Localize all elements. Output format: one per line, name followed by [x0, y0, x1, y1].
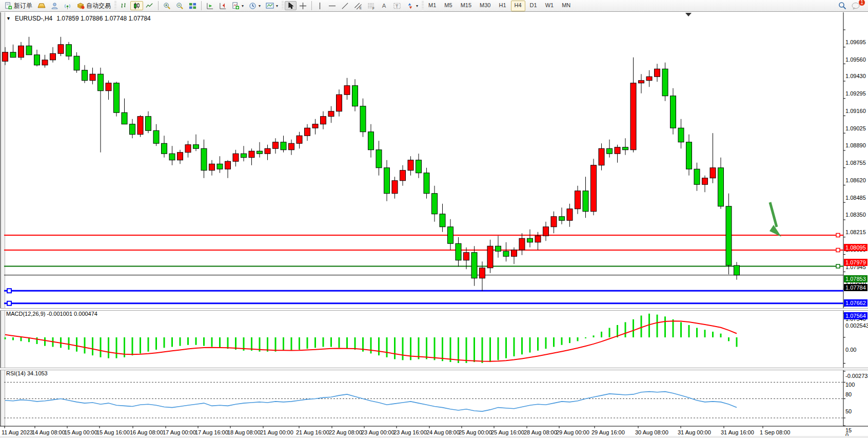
candle-body — [384, 168, 390, 194]
trendline-button[interactable] — [339, 1, 351, 10]
time-axis-label: 25 Aug 16:00 — [491, 429, 524, 435]
text-label-icon: T — [393, 2, 401, 10]
price-line-badge-1.07662: 1.07662 — [844, 299, 867, 307]
candle-body — [559, 217, 565, 221]
macd-pane-separator[interactable] — [0, 308, 868, 311]
candlestick-icon — [133, 2, 141, 10]
line-chart-button[interactable] — [143, 1, 156, 10]
tile-windows-button[interactable] — [186, 1, 199, 10]
toolbar-grip — [282, 1, 284, 10]
arrows-button[interactable]: ▾ — [404, 1, 421, 10]
time-axis-label: 17 Aug 00:00 — [163, 429, 196, 435]
time-axis-label: 30 Aug 08:00 — [635, 429, 668, 435]
templates-button[interactable]: ▾ — [263, 1, 281, 10]
timeframe-button-m15[interactable]: M15 — [457, 1, 475, 11]
time-axis-label: 29 Aug 00:00 — [556, 429, 589, 435]
candle-body — [630, 83, 636, 150]
candle-body — [471, 253, 477, 278]
crosshair-button[interactable] — [297, 1, 309, 10]
price-axis-label: 1.09295 — [845, 90, 866, 97]
indicators-button[interactable]: ▾ — [229, 1, 246, 10]
chart-window[interactable]: ▼ EURUSD-,H4 1.07859 1.07886 1.07748 1.0… — [0, 12, 868, 438]
candle-body — [496, 246, 501, 251]
candle-body — [734, 265, 740, 275]
timeframe-button-h1[interactable]: H1 — [495, 1, 509, 11]
candlestick-chart-button[interactable] — [130, 1, 143, 10]
candle-body — [448, 227, 453, 244]
candle-body — [34, 55, 40, 65]
line-handle — [7, 289, 11, 293]
signals-icon — [64, 2, 71, 10]
candle-body — [694, 169, 700, 184]
vertical-line-button[interactable] — [314, 1, 326, 10]
timeframe-button-h4[interactable]: H4 — [511, 1, 525, 11]
horizontal-line-button[interactable] — [326, 1, 339, 10]
tile-windows-icon — [189, 2, 196, 10]
price-line-badge-1.07564: 1.07564 — [844, 312, 867, 319]
timeframe-button-w1[interactable]: W1 — [542, 1, 558, 11]
mt4-window: 新订单 自动交易 — [0, 0, 868, 438]
fibonacci-button[interactable]: F — [365, 1, 378, 10]
candle-body — [535, 236, 541, 242]
candle-body — [432, 194, 438, 214]
timeframe-button-d1[interactable]: D1 — [526, 1, 541, 11]
zoom-in-button[interactable] — [161, 1, 173, 10]
candle-body — [352, 86, 358, 106]
chart-collapse-icon[interactable]: ▼ — [6, 16, 11, 21]
periods-button[interactable]: ▾ — [246, 1, 263, 10]
price-axis-label: 1.09695 — [845, 39, 866, 46]
rsi-indicator-label: RSI(14) 34.1053 — [6, 370, 48, 376]
candle-body — [702, 178, 708, 185]
candle-body — [416, 160, 422, 173]
candle-body — [424, 173, 429, 194]
candle-body — [487, 246, 493, 268]
search-button[interactable] — [836, 1, 849, 10]
time-axis-label: 31 Aug 00:00 — [678, 429, 711, 435]
candle-body — [162, 143, 167, 154]
auto-scroll-button[interactable] — [204, 1, 216, 10]
zoom-out-button[interactable] — [173, 1, 186, 10]
price-axis-label: 1.08350 — [845, 212, 866, 218]
candle-body — [177, 153, 183, 160]
candle-body — [18, 46, 24, 58]
timeframe-button-m5[interactable]: M5 — [441, 1, 456, 11]
candle-body — [82, 70, 88, 81]
candle-body — [503, 251, 509, 256]
timeframe-button-mn[interactable]: MN — [558, 1, 574, 11]
timeframe-bar: M1M5M15M30H1H4D1W1MN — [425, 1, 574, 11]
candle-body — [718, 168, 724, 206]
candle-body — [217, 164, 223, 169]
candle-body — [575, 191, 581, 209]
chart-title: ▼ EURUSD-,H4 1.07859 1.07886 1.07748 1.0… — [6, 15, 151, 22]
gold-ingot-icon — [37, 2, 46, 9]
text-button[interactable]: A — [378, 1, 390, 10]
community-button[interactable] — [48, 1, 61, 10]
chart-shift-button[interactable] — [216, 1, 229, 10]
chart-symbol-period: EURUSD-,H4 — [15, 15, 52, 22]
new-order-button[interactable]: 新订单 — [2, 1, 35, 10]
auto-trading-button[interactable]: 自动交易 — [74, 1, 113, 10]
cursor-button[interactable] — [285, 1, 297, 10]
equidistant-channel-button[interactable]: E — [351, 1, 365, 10]
timeframe-button-m30[interactable]: M30 — [476, 1, 494, 11]
notifications-button[interactable]: 1 — [849, 1, 863, 10]
candle-body — [615, 147, 620, 154]
candle-body — [607, 148, 613, 154]
text-label-button[interactable]: T — [390, 1, 404, 10]
rsi-pane-separator[interactable] — [0, 368, 868, 370]
indicators-caret: ▾ — [242, 4, 244, 8]
signals-button[interactable] — [61, 1, 74, 10]
trendline-icon — [341, 2, 349, 10]
candle-body — [400, 170, 406, 181]
chart-canvas[interactable] — [0, 12, 868, 438]
candle-body — [257, 151, 263, 154]
bar-chart-button[interactable] — [117, 1, 130, 10]
price-line-badge-1.08095: 1.08095 — [844, 244, 867, 251]
price-line-badge-1.07979: 1.07979 — [844, 259, 867, 266]
candle-body — [480, 268, 485, 278]
time-axis-label: 16 Aug 08:00 — [130, 429, 163, 435]
candle-body — [153, 130, 159, 143]
deposit-button[interactable] — [35, 1, 48, 10]
candle-body — [74, 56, 80, 70]
timeframe-button-m1[interactable]: M1 — [425, 1, 440, 11]
